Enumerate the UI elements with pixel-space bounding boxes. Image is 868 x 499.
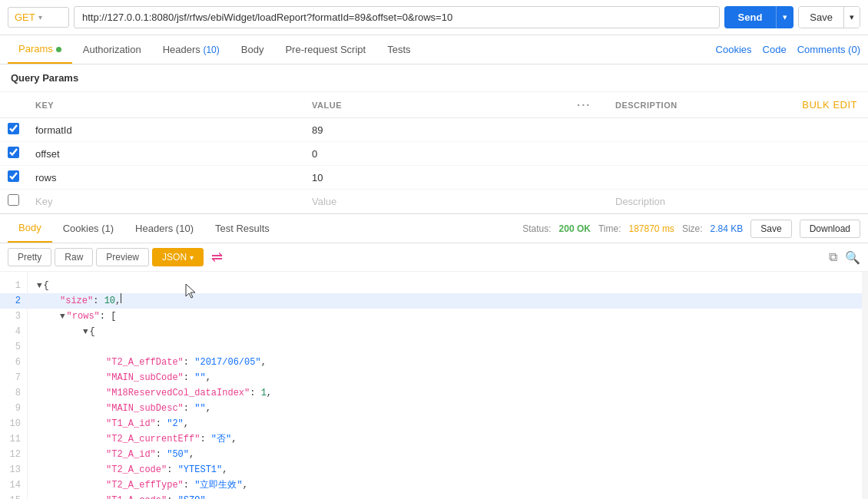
table-row: rows 10 bbox=[0, 166, 868, 190]
url-bar: GET ▾ Send ▾ Save ▾ bbox=[0, 0, 868, 35]
search-icon[interactable]: 🔍 bbox=[845, 250, 860, 265]
code-line: "MAIN_subDesc": "", bbox=[37, 401, 853, 416]
request-tabs-bar: Params Authorization Headers (10) Body P… bbox=[0, 35, 868, 64]
bulk-edit-button[interactable]: Bulk Edit bbox=[802, 99, 857, 111]
save-button-group: Save ▾ bbox=[798, 6, 860, 28]
code-line bbox=[37, 339, 853, 355]
response-meta: Status: 200 OK Time: 187870 ms Size: 2.8… bbox=[522, 220, 860, 238]
row1-checkbox[interactable] bbox=[8, 123, 19, 134]
method-label: GET bbox=[15, 12, 35, 23]
col-value: VALUE bbox=[304, 92, 569, 118]
table-row-placeholder: Key Value Description bbox=[0, 190, 868, 213]
code-line-highlighted: "size": 10, bbox=[28, 293, 862, 309]
key-placeholder[interactable]: Key bbox=[35, 196, 52, 207]
code-line: { bbox=[37, 278, 853, 293]
params-dot bbox=[56, 47, 61, 52]
json-chevron-icon: ▾ bbox=[190, 253, 194, 262]
table-row: offset 0 bbox=[0, 142, 868, 166]
response-tab-body[interactable]: Body bbox=[8, 214, 52, 243]
collapse-icon[interactable] bbox=[83, 324, 88, 339]
code-content[interactable]: { "size": 10, "rows": [ { "T2_A_effDate"… bbox=[28, 272, 862, 499]
col-key: KEY bbox=[28, 92, 304, 118]
send-button-group: Send ▾ bbox=[724, 6, 794, 28]
method-chevron-icon: ▾ bbox=[38, 13, 42, 21]
status-label: Status: bbox=[522, 223, 551, 234]
status-value: 200 OK bbox=[559, 223, 591, 234]
row1-description[interactable] bbox=[608, 118, 741, 142]
response-tab-test-results[interactable]: Test Results bbox=[204, 215, 280, 242]
col-checkbox bbox=[0, 92, 28, 118]
desc-placeholder[interactable]: Description bbox=[615, 196, 665, 207]
save-button[interactable]: Save bbox=[799, 7, 843, 28]
row3-value[interactable]: 10 bbox=[304, 166, 569, 190]
code-line: "MAIN_subCode": "", bbox=[37, 370, 853, 385]
code-link[interactable]: Code bbox=[763, 44, 787, 55]
tab-body[interactable]: Body bbox=[230, 36, 275, 63]
tab-tests[interactable]: Tests bbox=[376, 36, 421, 63]
code-line: "T2_A_currentEff": "否", bbox=[37, 431, 853, 447]
comments-link[interactable]: Comments (0) bbox=[797, 44, 860, 55]
row2-key[interactable]: offset bbox=[28, 142, 304, 166]
response-save-button[interactable]: Save bbox=[750, 220, 791, 238]
col-more: ··· bbox=[569, 92, 608, 118]
code-line: "T2_A_effDate": "2017/06/05", bbox=[37, 355, 853, 370]
row2-description[interactable] bbox=[608, 142, 741, 166]
table-row: formatId 89 bbox=[0, 118, 868, 142]
row2-value[interactable]: 0 bbox=[304, 142, 569, 166]
wrap-icon[interactable]: ⇌ bbox=[211, 249, 223, 266]
code-line: "T2_A_id": "50", bbox=[37, 447, 853, 462]
row2-checkbox[interactable] bbox=[8, 147, 19, 158]
code-line: "rows": [ bbox=[37, 309, 853, 324]
save-dropdown-button[interactable]: ▾ bbox=[843, 7, 860, 28]
copy-icon[interactable]: ⧉ bbox=[829, 250, 837, 264]
row4-checkbox[interactable] bbox=[8, 194, 19, 206]
code-line: "T1_A_code": "SZO", bbox=[37, 493, 853, 499]
code-line: "T2_A_code": "YTEST1", bbox=[37, 462, 853, 478]
cookies-link[interactable]: Cookies bbox=[716, 44, 752, 55]
tab-headers[interactable]: Headers (10) bbox=[152, 36, 230, 63]
send-button[interactable]: Send bbox=[724, 6, 777, 28]
row1-value[interactable]: 89 bbox=[304, 118, 569, 142]
url-input[interactable] bbox=[74, 6, 720, 28]
value-placeholder[interactable]: Value bbox=[312, 196, 336, 207]
collapse-icon[interactable] bbox=[37, 278, 42, 293]
code-line: "T2_A_effType": "立即生效", bbox=[37, 478, 853, 493]
response-tabs-bar: Body Cookies (1) Headers (10) Test Resul… bbox=[0, 213, 868, 243]
row1-key[interactable]: formatId bbox=[28, 118, 304, 142]
more-icon[interactable]: ··· bbox=[577, 98, 591, 111]
code-line: "M18ReservedCol_dataIndex": 1, bbox=[37, 385, 853, 401]
row3-key[interactable]: rows bbox=[28, 166, 304, 190]
size-value: 2.84 KB bbox=[711, 223, 744, 234]
json-button[interactable]: JSON ▾ bbox=[152, 248, 204, 266]
response-download-button[interactable]: Download bbox=[800, 220, 860, 238]
time-label: Time: bbox=[598, 223, 621, 234]
code-tools: ⧉ 🔍 bbox=[826, 250, 860, 265]
top-right-links: Cookies Code Comments (0) bbox=[716, 44, 860, 55]
table-header-row: KEY VALUE ··· DESCRIPTION Bulk Edit bbox=[0, 92, 868, 118]
preview-button[interactable]: Preview bbox=[96, 248, 149, 266]
response-tab-cookies[interactable]: Cookies (1) bbox=[52, 215, 124, 242]
col-bulk-edit: Bulk Edit bbox=[741, 92, 868, 118]
scrollbar[interactable] bbox=[862, 272, 868, 499]
method-select[interactable]: GET ▾ bbox=[8, 7, 69, 28]
tab-params[interactable]: Params bbox=[8, 35, 72, 64]
code-line: "T1_A_id": "2", bbox=[37, 416, 853, 431]
params-table: KEY VALUE ··· DESCRIPTION Bulk Edit form… bbox=[0, 92, 868, 213]
collapse-icon[interactable] bbox=[60, 309, 65, 324]
size-label: Size: bbox=[682, 223, 703, 234]
row3-description[interactable] bbox=[608, 166, 741, 190]
code-line: { bbox=[37, 324, 853, 339]
send-dropdown-button[interactable]: ▾ bbox=[776, 6, 793, 28]
tab-authorization[interactable]: Authorization bbox=[72, 36, 152, 63]
tab-pre-request[interactable]: Pre-request Script bbox=[274, 36, 376, 63]
raw-button[interactable]: Raw bbox=[55, 248, 93, 266]
format-tabs: Pretty Raw Preview JSON ▾ ⇌ ⧉ 🔍 bbox=[0, 243, 868, 272]
response-tab-headers[interactable]: Headers (10) bbox=[124, 215, 204, 242]
time-value: 187870 ms bbox=[629, 223, 674, 234]
query-params-header: Query Params bbox=[0, 64, 868, 92]
pretty-button[interactable]: Pretty bbox=[8, 248, 51, 266]
line-numbers: 1 2 3 4 5 6 7 8 9 10 11 12 13 14 15 16 1… bbox=[0, 272, 28, 499]
col-description: DESCRIPTION bbox=[608, 92, 741, 118]
text-cursor bbox=[121, 293, 121, 303]
row3-checkbox[interactable] bbox=[8, 170, 19, 182]
